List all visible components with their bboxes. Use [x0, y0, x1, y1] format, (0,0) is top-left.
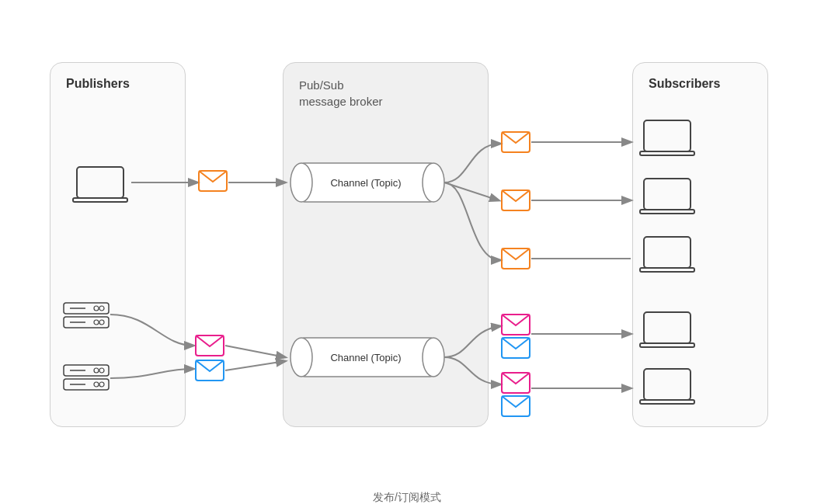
svg-rect-15: [640, 268, 694, 272]
svg-point-35: [290, 338, 312, 377]
svg-point-18: [94, 306, 99, 311]
svg-rect-43: [640, 343, 694, 347]
svg-rect-14: [644, 237, 691, 268]
subscriber-laptop-5: [640, 369, 694, 404]
svg-point-22: [94, 320, 99, 325]
caption: 发布/订阅模式: [373, 491, 441, 505]
svg-text:Channel (Topic): Channel (Topic): [330, 177, 401, 189]
svg-rect-12: [644, 179, 691, 210]
server-stack-2: [64, 365, 109, 390]
subscriber-laptop-3: [640, 237, 694, 272]
envelope-pink-publisher: [196, 335, 224, 356]
server-stack-1: [64, 303, 109, 328]
subscriber-laptop-1: [640, 120, 694, 155]
arrow-server1-to-env: [110, 315, 193, 346]
svg-rect-45: [640, 400, 694, 404]
svg-point-4: [290, 163, 312, 202]
subscriber-laptop-4: [640, 312, 694, 347]
arrow-channel-bot-to-env2: [444, 357, 500, 384]
svg-rect-13: [640, 210, 694, 214]
envelope-pink-sub1: [502, 315, 530, 335]
envelope-blue-sub2: [502, 396, 530, 416]
svg-point-26: [94, 368, 99, 373]
arrow-env-pink-to-channel: [225, 346, 285, 357]
envelope-orange-sub3: [502, 249, 530, 269]
svg-point-17: [99, 306, 104, 311]
svg-point-5: [423, 163, 444, 202]
svg-point-29: [99, 382, 104, 387]
arrow-env-blue-to-channel: [225, 361, 285, 370]
svg-rect-1: [73, 198, 127, 202]
arrow-channel-to-env1: [444, 144, 500, 182]
svg-text:Channel (Topic): Channel (Topic): [330, 352, 401, 363]
svg-rect-44: [644, 369, 691, 400]
arrow-channel-bot-to-env1: [444, 326, 500, 357]
envelope-orange-sub2: [502, 190, 530, 210]
envelope-blue-publisher: [196, 360, 224, 381]
envelope-pink-sub2: [502, 373, 530, 393]
publisher-laptop-top: [73, 167, 127, 202]
svg-point-36: [423, 338, 444, 377]
svg-rect-0: [77, 167, 123, 198]
envelope-orange-sub1: [502, 132, 530, 152]
channel-bottom: Channel (Topic): [290, 338, 444, 377]
svg-rect-10: [644, 120, 691, 151]
arrow-channel-to-env3: [444, 182, 500, 260]
svg-rect-42: [644, 312, 691, 343]
svg-point-25: [99, 368, 104, 373]
diagram: Publishers Pub/Sub message broker Subscr…: [26, 23, 788, 481]
subscriber-laptop-2: [640, 179, 694, 214]
svg-point-30: [94, 382, 99, 387]
channel-top: Channel (Topic): [290, 163, 444, 202]
arrow-server2-to-env: [110, 369, 193, 378]
diagram-svg: Channel (Topic): [26, 23, 788, 481]
svg-point-21: [99, 320, 104, 325]
svg-rect-11: [640, 151, 694, 155]
envelope-blue-sub1: [502, 338, 530, 358]
envelope-orange-top: [199, 171, 227, 191]
